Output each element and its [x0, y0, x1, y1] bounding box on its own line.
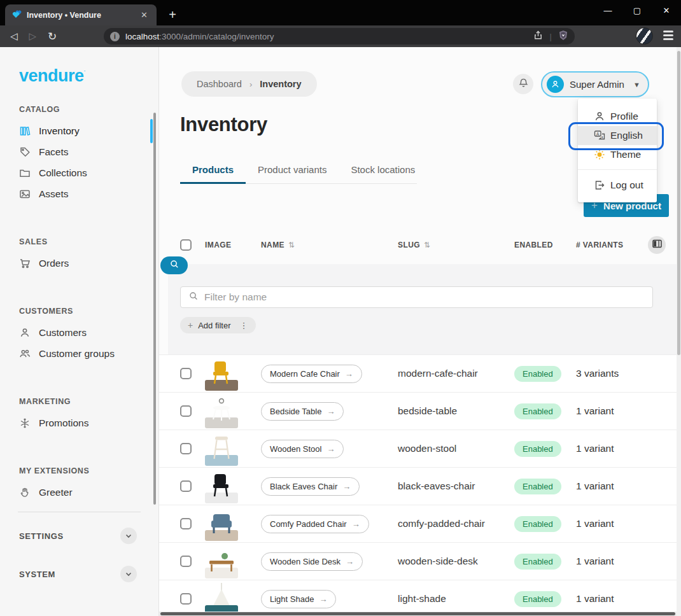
users-icon [19, 348, 31, 360]
sidebar-item-label: Customer groups [39, 348, 115, 360]
row-checkbox[interactable] [180, 480, 192, 492]
sort-icon[interactable]: ⇅ [288, 241, 295, 249]
chevron-down-icon[interactable] [120, 528, 137, 544]
sidebar: vendure˙ CATALOGInventoryFacetsCollectio… [0, 47, 159, 616]
search-icon [188, 291, 199, 304]
row-checkbox[interactable] [180, 405, 192, 417]
breadcrumb-dashboard[interactable]: Dashboard [197, 79, 242, 89]
browser-menu-icon[interactable] [663, 31, 673, 40]
product-name-link[interactable]: Comfy Padded Chair→ [261, 515, 369, 533]
site-info-icon[interactable]: i [110, 32, 120, 41]
user-menu-button[interactable]: Super Admin ▼ [541, 71, 649, 97]
menu-item-profile[interactable]: Profile [578, 107, 657, 126]
variant-count: 1 variant [576, 405, 648, 417]
column-header-name[interactable]: NAME⇅ [261, 241, 398, 249]
tab-product-variants[interactable]: Product variants [246, 164, 339, 183]
sidebar-item-collections[interactable]: Collections [0, 162, 158, 183]
sidebar-item-greeter[interactable]: Greeter [0, 482, 158, 503]
arrow-right-icon: → [345, 369, 353, 379]
product-thumbnail [205, 380, 238, 391]
snowflake-icon [19, 417, 31, 429]
sidebar-section-label: MARKETING [19, 397, 158, 407]
browser-tab[interactable]: Inventory • Vendure ✕ [5, 4, 157, 25]
row-checkbox[interactable] [180, 368, 192, 379]
kebab-menu-icon[interactable]: ⋮ [236, 321, 248, 330]
sidebar-item-assets[interactable]: Assets [0, 183, 158, 204]
product-thumbnail [205, 568, 238, 578]
address-bar[interactable]: i localhost:3000/admin/catalog/inventory… [104, 28, 575, 45]
row-checkbox[interactable] [180, 556, 192, 567]
search-toggle-button[interactable] [160, 256, 188, 274]
search-icon [169, 259, 179, 272]
tab-bar: ProductsProduct variantsStock locations [180, 164, 417, 184]
column-header-enabled: ENABLED [514, 241, 576, 249]
chevron-down-icon[interactable] [120, 566, 137, 582]
menu-item-log-out[interactable]: Log out [578, 176, 657, 195]
product-thumbnail [205, 455, 238, 466]
window-minimize-button[interactable]: — [593, 0, 622, 20]
product-name-link[interactable]: Wooden Side Desk→ [261, 552, 363, 571]
menu-item-english[interactable]: AaEnglish [578, 126, 657, 145]
menu-item-theme[interactable]: Theme [578, 145, 657, 164]
table-row: Bedside Table→bedside-tableEnabled1 vari… [159, 392, 677, 430]
columns-icon [652, 239, 662, 251]
product-name-link[interactable]: Wooden Stool→ [261, 440, 344, 458]
vertical-scrollbar[interactable] [677, 47, 681, 616]
column-header-image: IMAGE [205, 241, 261, 249]
sidebar-item-customer-groups[interactable]: Customer groups [0, 343, 158, 364]
sort-icon[interactable]: ⇅ [424, 241, 430, 249]
table-row: Comfy Padded Chair→comfy-padded-chairEna… [159, 505, 677, 542]
tab-close-icon[interactable]: ✕ [138, 10, 150, 20]
sidebar-section-label: CUSTOMERS [19, 307, 158, 317]
language-icon: Aa [594, 130, 605, 141]
browser-profile-avatar[interactable] [636, 27, 653, 45]
sidebar-scrollbar[interactable] [153, 113, 156, 505]
product-name-link[interactable]: Black Eaves Chair→ [261, 477, 360, 496]
product-slug: light-shade [398, 593, 514, 605]
tab-stock-locations[interactable]: Stock locations [339, 164, 427, 183]
sidebar-item-inventory[interactable]: Inventory [0, 120, 158, 141]
brave-shield-icon[interactable] [558, 30, 568, 43]
product-thumbnail [205, 493, 238, 503]
breadcrumb-inventory[interactable]: Inventory [260, 79, 301, 89]
user-icon [19, 327, 31, 339]
sidebar-section-label: SYSTEM [19, 570, 55, 579]
sidebar-item-customers[interactable]: Customers [0, 322, 158, 343]
new-tab-button[interactable]: + [164, 6, 181, 23]
product-slug: wooden-side-desk [398, 556, 514, 567]
sidebar-item-facets[interactable]: Facets [0, 141, 158, 162]
product-name-link[interactable]: Modern Cafe Chair→ [261, 365, 362, 383]
notifications-button[interactable] [513, 74, 533, 94]
window-maximize-button[interactable]: ▢ [622, 0, 652, 20]
sidebar-section-label: SETTINGS [19, 531, 64, 541]
row-checkbox[interactable] [180, 443, 192, 454]
sidebar-section-system[interactable]: SYSTEM [0, 559, 158, 589]
product-name-link[interactable]: Light Shade→ [261, 590, 336, 608]
logout-icon [594, 179, 605, 191]
arrow-right-icon: → [346, 557, 354, 566]
menu-divider [578, 169, 657, 170]
sidebar-item-promotions[interactable]: Promotions [0, 412, 158, 433]
filter-zone [168, 264, 677, 354]
filter-by-name-input[interactable] [204, 291, 645, 303]
share-icon[interactable] [533, 30, 544, 43]
product-name-link[interactable]: Bedside Table→ [261, 402, 344, 421]
window-close-button[interactable]: ✕ [652, 0, 681, 20]
back-button[interactable]: ◁ [10, 31, 18, 42]
variant-count: 1 variant [576, 556, 648, 567]
sidebar-item-orders[interactable]: Orders [0, 253, 158, 274]
row-checkbox[interactable] [180, 518, 192, 529]
column-settings-button[interactable] [648, 236, 666, 254]
column-header-slug[interactable]: SLUG⇅ [398, 241, 514, 249]
sidebar-section-settings[interactable]: SETTINGS [0, 521, 158, 550]
tab-products[interactable]: Products [180, 164, 246, 184]
reload-button[interactable]: ↻ [48, 30, 57, 43]
horizontal-scrollbar[interactable] [159, 612, 677, 616]
select-all-checkbox[interactable] [180, 239, 192, 251]
row-checkbox[interactable] [180, 593, 192, 605]
main-content: Dashboard › Inventory Super [159, 47, 681, 616]
filter-input-wrap [180, 286, 653, 308]
forward-button[interactable]: ▷ [29, 31, 37, 42]
product-slug: black-eaves-chair [398, 480, 514, 492]
add-filter-button[interactable]: + Add filter ⋮ [180, 317, 256, 333]
